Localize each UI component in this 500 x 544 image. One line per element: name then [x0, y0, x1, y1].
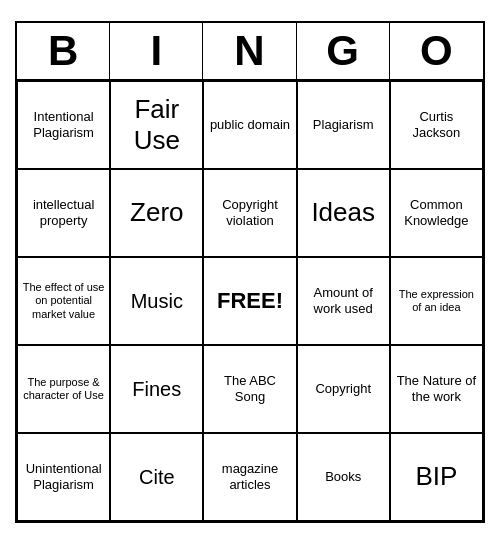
bingo-letter-g: G: [297, 23, 390, 79]
bingo-card: BINGO Intentional PlagiarismFair Usepubl…: [15, 21, 485, 523]
bingo-cell-20: Unintentional Plagiarism: [17, 433, 110, 521]
bingo-cell-1: Fair Use: [110, 81, 203, 169]
bingo-cell-7: Copyright violation: [203, 169, 296, 257]
bingo-cell-13: Amount of work used: [297, 257, 390, 345]
bingo-cell-6: Zero: [110, 169, 203, 257]
bingo-cell-11: Music: [110, 257, 203, 345]
bingo-cell-2: public domain: [203, 81, 296, 169]
bingo-cell-0: Intentional Plagiarism: [17, 81, 110, 169]
bingo-cell-19: The Nature of the work: [390, 345, 483, 433]
bingo-cell-12: FREE!: [203, 257, 296, 345]
bingo-cell-16: Fines: [110, 345, 203, 433]
bingo-cell-15: The purpose & character of Use: [17, 345, 110, 433]
bingo-cell-5: intellectual property: [17, 169, 110, 257]
bingo-letter-b: B: [17, 23, 110, 79]
bingo-cell-4: Curtis Jackson: [390, 81, 483, 169]
bingo-cell-23: Books: [297, 433, 390, 521]
bingo-cell-21: Cite: [110, 433, 203, 521]
bingo-cell-8: Ideas: [297, 169, 390, 257]
bingo-cell-17: The ABC Song: [203, 345, 296, 433]
bingo-cell-24: BIP: [390, 433, 483, 521]
bingo-cell-14: The expression of an idea: [390, 257, 483, 345]
bingo-letter-n: N: [203, 23, 296, 79]
bingo-grid: Intentional PlagiarismFair Usepublic dom…: [17, 81, 483, 521]
bingo-cell-9: Common Knowledge: [390, 169, 483, 257]
bingo-cell-18: Copyright: [297, 345, 390, 433]
bingo-cell-3: Plagiarism: [297, 81, 390, 169]
bingo-cell-10: The effect of use on potential market va…: [17, 257, 110, 345]
bingo-header: BINGO: [17, 23, 483, 81]
bingo-cell-22: magazine articles: [203, 433, 296, 521]
bingo-letter-i: I: [110, 23, 203, 79]
bingo-letter-o: O: [390, 23, 483, 79]
